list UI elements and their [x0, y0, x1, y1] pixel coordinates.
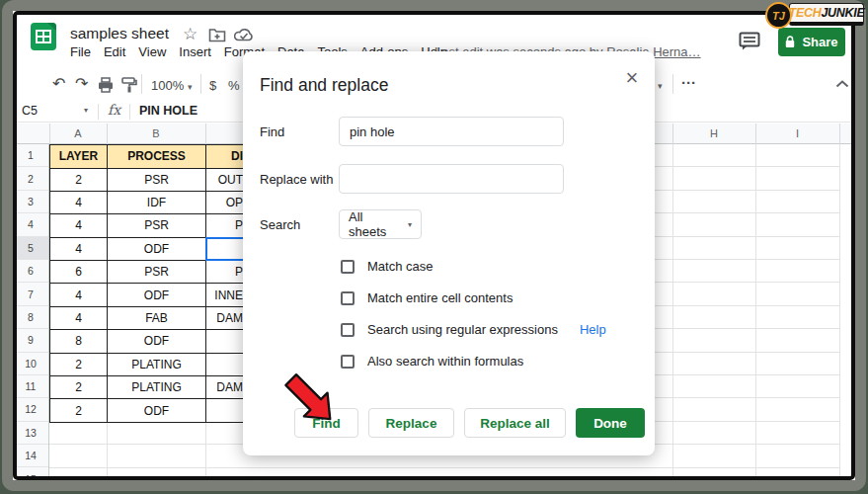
row-header-10[interactable]: 10: [13, 353, 48, 375]
table-cell[interactable]: 2: [50, 399, 108, 422]
sheets-window: samples sheet ☆ Share FileEditViewInsert…: [13, 11, 855, 480]
formula-bar-divider: [129, 104, 130, 120]
paint-format-icon[interactable]: [121, 77, 137, 93]
formula-bar-value[interactable]: PIN HOLE: [139, 104, 197, 118]
column-header-tick: [205, 124, 206, 144]
redo-icon[interactable]: ↷: [75, 76, 88, 92]
star-icon[interactable]: ☆: [183, 24, 197, 44]
column-header-H[interactable]: H: [672, 127, 755, 139]
undo-icon[interactable]: ↶: [52, 76, 65, 92]
formula-bar-divider: [98, 104, 99, 120]
move-folder-icon[interactable]: [208, 28, 226, 42]
checkbox-match-case[interactable]: [341, 260, 355, 274]
menu-item-insert[interactable]: Insert: [179, 44, 211, 59]
row-header-column[interactable]: 123456789101112131415: [13, 144, 49, 480]
column-header-I[interactable]: I: [755, 127, 839, 139]
row-header-1[interactable]: 1: [13, 144, 48, 167]
replace-input[interactable]: [339, 164, 564, 194]
search-scope-dropdown[interactable]: All sheets ▾: [339, 209, 422, 239]
checkbox-label: Search using regular expressions: [367, 322, 558, 337]
table-cell[interactable]: FAB: [108, 307, 206, 330]
table-cell[interactable]: 6: [50, 261, 108, 284]
print-icon[interactable]: [98, 77, 114, 93]
checkbox-row: Match case: [341, 259, 433, 274]
table-cell[interactable]: 2: [50, 354, 108, 376]
menu-item-file[interactable]: File: [70, 44, 91, 59]
more-toolbar-button[interactable]: ···: [681, 74, 696, 91]
column-header-B[interactable]: B: [107, 127, 205, 139]
table-cell[interactable]: PSR: [108, 261, 206, 284]
menu-item-edit[interactable]: Edit: [104, 44, 125, 59]
column-header-A[interactable]: A: [49, 127, 107, 139]
row-header-12[interactable]: 12: [13, 398, 48, 421]
name-box[interactable]: C5: [22, 104, 38, 118]
table-header-cell[interactable]: LAYER: [50, 145, 108, 169]
toolbar-divider: [200, 74, 201, 94]
toolbar-divider: [672, 74, 673, 94]
table-cell[interactable]: 2: [50, 376, 108, 399]
document-title[interactable]: samples sheet: [70, 25, 169, 42]
checkbox-match-entire-cell-contents[interactable]: [341, 291, 355, 305]
format-percent-button[interactable]: %: [228, 78, 240, 93]
table-cell[interactable]: 8: [50, 330, 108, 353]
techjunkie-monogram: TJ: [765, 2, 792, 29]
row-header-9[interactable]: 9: [13, 329, 48, 352]
name-box-chevron-icon[interactable]: ▾: [84, 106, 88, 115]
fx-icon: fx: [108, 102, 120, 118]
row-header-15[interactable]: 15: [13, 467, 48, 480]
close-icon[interactable]: ×: [620, 65, 644, 91]
row-header-7[interactable]: 7: [13, 283, 48, 305]
search-label: Search: [260, 217, 300, 232]
table-cell[interactable]: ODF: [108, 330, 206, 353]
row-header-3[interactable]: 3: [13, 191, 48, 213]
checkbox-also-search-within-formulas[interactable]: [341, 355, 355, 369]
format-currency-button[interactable]: $: [209, 78, 216, 93]
red-arrow-annotation: [278, 358, 334, 427]
table-cell[interactable]: PLATING: [108, 376, 206, 399]
table-cell[interactable]: PLATING: [108, 354, 206, 376]
row-header-4[interactable]: 4: [13, 213, 48, 236]
zoom-select[interactable]: 100% ▾: [151, 78, 192, 93]
table-cell[interactable]: ODF: [108, 399, 206, 422]
table-cell[interactable]: 4: [50, 307, 108, 330]
table-cell[interactable]: 4: [50, 192, 108, 214]
checkbox-label: Match case: [367, 259, 433, 274]
row-header-5[interactable]: 5: [13, 237, 48, 260]
row-header-14[interactable]: 14: [13, 445, 48, 467]
done-button[interactable]: Done: [576, 408, 645, 438]
table-cell[interactable]: 4: [50, 238, 108, 261]
replace-with-label: Replace with: [260, 172, 333, 187]
row-header-6[interactable]: 6: [13, 260, 48, 283]
checkbox-search-using-regular-expressions[interactable]: [341, 323, 355, 337]
table-cell[interactable]: 2: [50, 169, 108, 192]
cloud-saved-icon[interactable]: [234, 28, 254, 41]
replace-all-button[interactable]: Replace all: [464, 408, 566, 438]
checkbox-row: Also search within formulas: [341, 354, 523, 369]
screenshot-root: samples sheet ☆ Share FileEditViewInsert…: [0, 0, 868, 494]
collapse-toolbar-icon[interactable]: [835, 80, 849, 88]
table-cell[interactable]: IDF: [108, 192, 206, 214]
row-header-8[interactable]: 8: [13, 306, 48, 329]
table-cell[interactable]: PSR: [108, 169, 206, 192]
table-cell[interactable]: ODF: [108, 238, 206, 261]
table-cell[interactable]: 4: [50, 284, 108, 306]
checkbox-label: Also search within formulas: [367, 354, 523, 369]
sheets-logo-icon: [30, 22, 57, 51]
help-link[interactable]: Help: [580, 322, 606, 337]
gridline-vertical: [839, 144, 840, 480]
row-header-2[interactable]: 2: [13, 167, 48, 190]
share-label: Share: [802, 35, 837, 49]
row-header-11[interactable]: 11: [13, 375, 48, 398]
find-input[interactable]: [339, 117, 564, 146]
share-button[interactable]: Share: [778, 28, 845, 56]
table-cell[interactable]: 4: [50, 214, 108, 237]
chevron-down-icon[interactable]: ▾: [658, 81, 663, 91]
row-header-13[interactable]: 13: [13, 422, 48, 445]
table-header-cell[interactable]: PROCESS: [108, 145, 206, 169]
table-cell[interactable]: PSR: [108, 214, 206, 237]
menu-item-view[interactable]: View: [138, 44, 166, 59]
comment-icon[interactable]: [739, 32, 761, 51]
replace-button[interactable]: Replace: [368, 408, 454, 438]
brand-junkie: JUNKIE: [821, 6, 864, 20]
table-cell[interactable]: ODF: [108, 284, 206, 306]
